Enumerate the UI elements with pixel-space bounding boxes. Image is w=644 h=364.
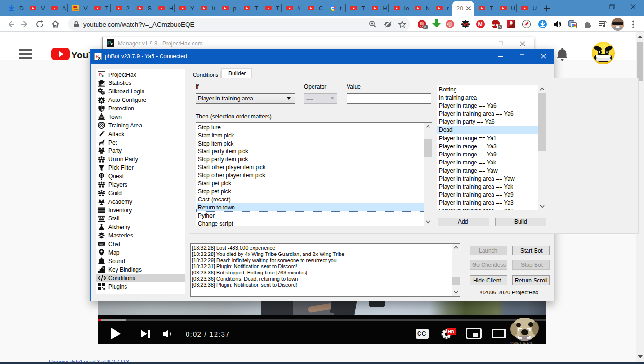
svg-text:YD: YD	[463, 22, 469, 27]
svg-text:x: x	[101, 73, 104, 78]
svg-text:A: A	[100, 98, 103, 102]
